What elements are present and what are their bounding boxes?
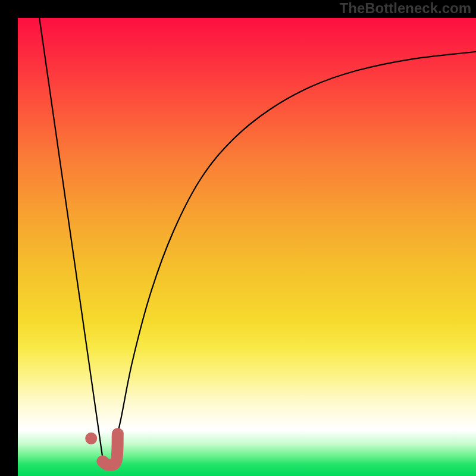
plot-area: [18, 18, 476, 476]
chart-overlay: [18, 18, 476, 476]
chart-frame: TheBottleneck.com: [0, 0, 476, 476]
watermark-text: TheBottleneck.com: [340, 0, 471, 17]
valley-marker-hook: [102, 434, 117, 465]
curve-left-descent: [39, 18, 102, 458]
valley-marker-dot: [85, 433, 97, 444]
curve-right-ascent: [112, 52, 476, 458]
